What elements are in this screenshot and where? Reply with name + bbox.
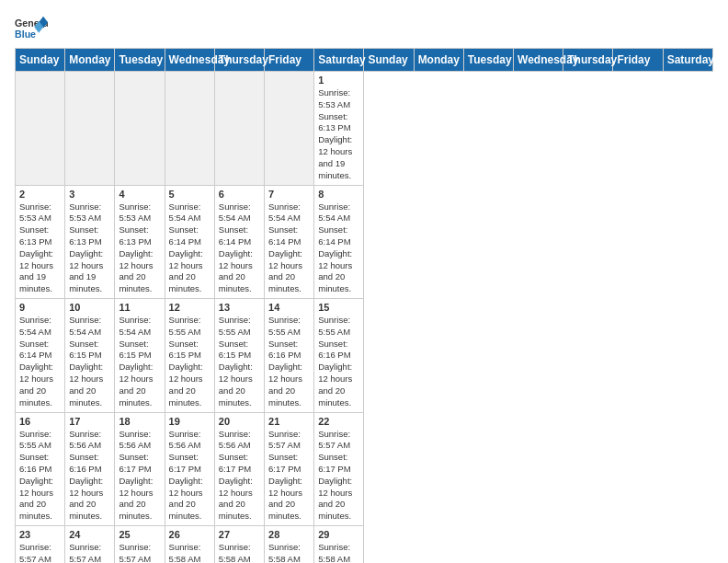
day-info: Sunrise: 5:57 AM Sunset: 6:17 PM Dayligh… bbox=[318, 429, 359, 523]
day-number: 18 bbox=[119, 416, 160, 427]
day-number: 19 bbox=[169, 416, 210, 427]
day-cell: 19Sunrise: 5:56 AM Sunset: 6:17 PM Dayli… bbox=[165, 412, 214, 526]
day-cell: 8Sunrise: 5:54 AM Sunset: 6:14 PM Daylig… bbox=[314, 185, 364, 299]
col-header-tuesday: Tuesday bbox=[463, 49, 513, 72]
day-cell: 21Sunrise: 5:57 AM Sunset: 6:17 PM Dayli… bbox=[265, 412, 314, 526]
day-cell: 17Sunrise: 5:56 AM Sunset: 6:16 PM Dayli… bbox=[65, 412, 115, 526]
day-cell: 22Sunrise: 5:57 AM Sunset: 6:17 PM Dayli… bbox=[314, 412, 364, 526]
day-cell: 14Sunrise: 5:55 AM Sunset: 6:16 PM Dayli… bbox=[265, 299, 314, 413]
day-cell: 27Sunrise: 5:58 AM Sunset: 6:18 PM Dayli… bbox=[214, 526, 264, 564]
day-number: 1 bbox=[318, 75, 359, 86]
day-cell: 23Sunrise: 5:57 AM Sunset: 6:18 PM Dayli… bbox=[16, 526, 65, 564]
day-number: 22 bbox=[318, 416, 359, 427]
week-row-3: 9Sunrise: 5:54 AM Sunset: 6:14 PM Daylig… bbox=[16, 299, 713, 413]
day-info: Sunrise: 5:56 AM Sunset: 6:17 PM Dayligh… bbox=[169, 429, 210, 523]
header-tuesday: Tuesday bbox=[115, 49, 165, 72]
day-info: Sunrise: 5:53 AM Sunset: 6:13 PM Dayligh… bbox=[318, 87, 359, 182]
day-info: Sunrise: 5:58 AM Sunset: 6:18 PM Dayligh… bbox=[219, 542, 260, 563]
day-number: 8 bbox=[318, 189, 359, 200]
day-cell: 15Sunrise: 5:55 AM Sunset: 6:16 PM Dayli… bbox=[314, 299, 364, 413]
day-info: Sunrise: 5:56 AM Sunset: 6:17 PM Dayligh… bbox=[219, 429, 260, 523]
day-info: Sunrise: 5:56 AM Sunset: 6:16 PM Dayligh… bbox=[69, 429, 110, 523]
svg-text:Blue: Blue bbox=[15, 29, 36, 40]
day-cell: 13Sunrise: 5:55 AM Sunset: 6:15 PM Dayli… bbox=[214, 299, 264, 413]
day-info: Sunrise: 5:53 AM Sunset: 6:13 PM Dayligh… bbox=[119, 201, 160, 296]
day-number: 3 bbox=[69, 189, 110, 200]
day-number: 7 bbox=[268, 189, 310, 200]
day-number: 17 bbox=[69, 416, 110, 427]
day-info: Sunrise: 5:57 AM Sunset: 6:18 PM Dayligh… bbox=[19, 542, 61, 563]
day-cell: 12Sunrise: 5:55 AM Sunset: 6:15 PM Dayli… bbox=[165, 299, 214, 413]
logo: General Blue bbox=[15, 15, 48, 40]
header-wednesday: Wednesday bbox=[165, 49, 214, 72]
day-number: 26 bbox=[169, 529, 210, 540]
day-number: 14 bbox=[268, 302, 310, 313]
day-number: 20 bbox=[219, 416, 260, 427]
day-cell bbox=[16, 72, 65, 186]
day-info: Sunrise: 5:58 AM Sunset: 6:19 PM Dayligh… bbox=[318, 542, 359, 563]
day-cell: 2Sunrise: 5:53 AM Sunset: 6:13 PM Daylig… bbox=[16, 185, 65, 299]
col-header-monday: Monday bbox=[414, 49, 463, 72]
day-info: Sunrise: 5:55 AM Sunset: 6:16 PM Dayligh… bbox=[268, 315, 310, 409]
day-number: 27 bbox=[219, 529, 260, 540]
day-cell: 18Sunrise: 5:56 AM Sunset: 6:17 PM Dayli… bbox=[115, 412, 165, 526]
day-number: 24 bbox=[69, 529, 110, 540]
day-number: 4 bbox=[119, 189, 160, 200]
day-cell: 10Sunrise: 5:54 AM Sunset: 6:15 PM Dayli… bbox=[65, 299, 115, 413]
day-info: Sunrise: 5:57 AM Sunset: 6:18 PM Dayligh… bbox=[69, 542, 110, 563]
day-number: 2 bbox=[19, 189, 61, 200]
day-info: Sunrise: 5:56 AM Sunset: 6:17 PM Dayligh… bbox=[119, 429, 160, 523]
day-cell: 16Sunrise: 5:55 AM Sunset: 6:16 PM Dayli… bbox=[16, 412, 65, 526]
header-thursday: Thursday bbox=[214, 49, 264, 72]
header-sunday: Sunday bbox=[16, 49, 65, 72]
day-cell bbox=[65, 72, 115, 186]
day-info: Sunrise: 5:57 AM Sunset: 6:17 PM Dayligh… bbox=[268, 429, 310, 523]
day-info: Sunrise: 5:58 AM Sunset: 6:18 PM Dayligh… bbox=[169, 542, 210, 563]
day-number: 13 bbox=[219, 302, 260, 313]
day-number: 11 bbox=[119, 302, 160, 313]
day-cell: 29Sunrise: 5:58 AM Sunset: 6:19 PM Dayli… bbox=[314, 526, 364, 564]
day-info: Sunrise: 5:55 AM Sunset: 6:15 PM Dayligh… bbox=[219, 315, 260, 409]
day-cell bbox=[165, 72, 214, 186]
week-row-4: 16Sunrise: 5:55 AM Sunset: 6:16 PM Dayli… bbox=[16, 412, 713, 526]
header-saturday: Saturday bbox=[314, 49, 364, 72]
day-number: 9 bbox=[19, 302, 61, 313]
week-row-5: 23Sunrise: 5:57 AM Sunset: 6:18 PM Dayli… bbox=[16, 526, 713, 564]
day-info: Sunrise: 5:53 AM Sunset: 6:13 PM Dayligh… bbox=[19, 201, 61, 296]
day-info: Sunrise: 5:54 AM Sunset: 6:15 PM Dayligh… bbox=[69, 315, 110, 409]
day-info: Sunrise: 5:54 AM Sunset: 6:14 PM Dayligh… bbox=[219, 201, 260, 296]
col-header-wednesday: Wednesday bbox=[514, 49, 563, 72]
day-cell: 7Sunrise: 5:54 AM Sunset: 6:14 PM Daylig… bbox=[265, 185, 314, 299]
day-info: Sunrise: 5:54 AM Sunset: 6:14 PM Dayligh… bbox=[169, 201, 210, 296]
day-cell: 6Sunrise: 5:54 AM Sunset: 6:14 PM Daylig… bbox=[214, 185, 264, 299]
page-header: General Blue bbox=[15, 15, 713, 40]
day-cell: 24Sunrise: 5:57 AM Sunset: 6:18 PM Dayli… bbox=[65, 526, 115, 564]
day-cell: 3Sunrise: 5:53 AM Sunset: 6:13 PM Daylig… bbox=[65, 185, 115, 299]
day-number: 15 bbox=[318, 302, 359, 313]
day-info: Sunrise: 5:55 AM Sunset: 6:16 PM Dayligh… bbox=[19, 429, 61, 523]
day-info: Sunrise: 5:54 AM Sunset: 6:14 PM Dayligh… bbox=[268, 201, 310, 296]
day-cell: 5Sunrise: 5:54 AM Sunset: 6:14 PM Daylig… bbox=[165, 185, 214, 299]
day-number: 28 bbox=[268, 529, 310, 540]
col-header-thursday: Thursday bbox=[563, 49, 613, 72]
generalblue-logo-icon: General Blue bbox=[15, 15, 48, 40]
day-info: Sunrise: 5:54 AM Sunset: 6:14 PM Dayligh… bbox=[19, 315, 61, 409]
col-header-friday: Friday bbox=[613, 49, 663, 72]
week-row-1: 1Sunrise: 5:53 AM Sunset: 6:13 PM Daylig… bbox=[16, 72, 713, 186]
day-number: 12 bbox=[169, 302, 210, 313]
day-number: 16 bbox=[19, 416, 61, 427]
day-number: 6 bbox=[219, 189, 260, 200]
day-cell: 28Sunrise: 5:58 AM Sunset: 6:19 PM Dayli… bbox=[265, 526, 314, 564]
day-number: 5 bbox=[169, 189, 210, 200]
calendar-table: SundayMondayTuesdayWednesdayThursdayFrid… bbox=[15, 48, 713, 563]
day-cell: 9Sunrise: 5:54 AM Sunset: 6:14 PM Daylig… bbox=[16, 299, 65, 413]
calendar-header-row: SundayMondayTuesdayWednesdayThursdayFrid… bbox=[16, 49, 713, 72]
day-cell: 1Sunrise: 5:53 AM Sunset: 6:13 PM Daylig… bbox=[314, 72, 364, 186]
col-header-saturday: Saturday bbox=[663, 49, 712, 72]
day-info: Sunrise: 5:55 AM Sunset: 6:16 PM Dayligh… bbox=[318, 315, 359, 409]
day-number: 23 bbox=[19, 529, 61, 540]
day-cell: 25Sunrise: 5:57 AM Sunset: 6:18 PM Dayli… bbox=[115, 526, 165, 564]
header-monday: Monday bbox=[65, 49, 115, 72]
day-number: 25 bbox=[119, 529, 160, 540]
col-header-sunday: Sunday bbox=[364, 49, 414, 72]
